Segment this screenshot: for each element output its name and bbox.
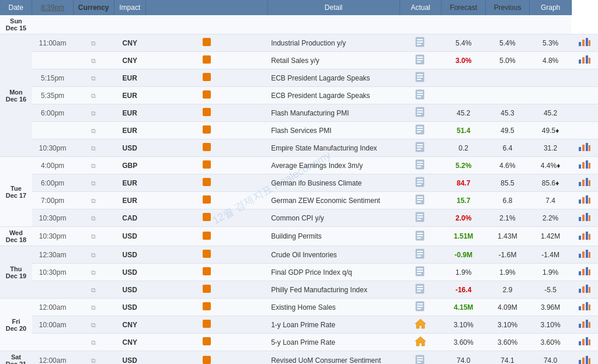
graph-icon-cell[interactable] (571, 351, 598, 365)
actual-value-cell: -16.4 (441, 281, 485, 299)
detail-icon-cell[interactable] (399, 316, 441, 334)
forecast-value-cell: 49.5 (485, 122, 529, 139)
col-header-time[interactable]: 8:39pm (32, 0, 73, 15)
sound-cell: ⧉ (73, 316, 114, 334)
svg-rect-89 (417, 268, 423, 270)
impact-high-icon (203, 108, 211, 116)
impact-high-icon (203, 178, 211, 186)
table-row: 5:35pm ⧉ EUR ECB President Lagarde Speak… (0, 87, 598, 104)
time-cell: 10:30pm (32, 264, 73, 281)
detail-icon-cell[interactable] (399, 281, 441, 299)
detail-icon-cell[interactable] (399, 227, 441, 246)
graph-icon-cell[interactable] (571, 157, 598, 174)
graph-bar-icon[interactable] (578, 160, 591, 169)
graph-bar-icon[interactable] (578, 37, 591, 47)
graph-icon-cell[interactable] (571, 334, 598, 351)
detail-icon-cell[interactable] (399, 52, 441, 69)
table-row: 6:00pm ⧉ EUR Flash Manufacturing PMI 45.… (0, 104, 598, 122)
impact-cell (145, 174, 267, 192)
graph-bar-icon[interactable] (578, 267, 591, 276)
svg-rect-115 (586, 320, 588, 328)
actual-value-cell: 1.9% (441, 264, 485, 281)
svg-rect-2 (417, 41, 423, 43)
graph-bar-icon[interactable] (578, 284, 591, 293)
sound-cell: ⧉ (73, 264, 114, 281)
sound-icon: ⧉ (91, 304, 96, 311)
graph-bar-icon[interactable] (578, 249, 591, 258)
graph-icon-cell[interactable] (571, 281, 598, 299)
graph-bar-icon[interactable] (578, 337, 591, 346)
event-cell (145, 15, 267, 34)
detail-doc-icon (415, 124, 426, 135)
svg-rect-1 (417, 39, 423, 40)
event-name-cell: German ifo Business Climate (267, 174, 399, 192)
graph-bar-icon[interactable] (578, 302, 591, 311)
previous-value-cell: 2.2% (530, 209, 572, 227)
graph-icon-cell[interactable] (571, 122, 598, 139)
detail-icon-cell[interactable] (399, 192, 441, 209)
sound-cell: ⧉ (73, 246, 114, 264)
graph-bar-icon[interactable] (578, 142, 591, 152)
detail-icon-cell[interactable] (399, 104, 441, 122)
impact-cell (145, 104, 267, 122)
graph-icon-cell[interactable] (571, 264, 598, 281)
table-row: ⧉ USD Philly Fed Manufacturing Index -16… (0, 281, 598, 299)
detail-icon-cell[interactable] (399, 174, 441, 192)
detail-icon-cell[interactable] (399, 157, 441, 174)
svg-rect-38 (586, 143, 588, 151)
impact-cell (145, 227, 267, 246)
svg-rect-62 (586, 195, 588, 204)
graph-bar-icon[interactable] (578, 177, 591, 187)
svg-rect-36 (579, 147, 581, 151)
graph-icon-cell[interactable] (571, 52, 598, 69)
detail-icon-cell[interactable] (399, 246, 441, 264)
graph-icon-cell[interactable] (571, 34, 598, 52)
impact-high-icon (203, 195, 211, 204)
graph-icon-cell[interactable] (571, 246, 598, 264)
graph-icon-cell[interactable] (571, 316, 598, 334)
svg-rect-94 (586, 267, 588, 275)
graph-bar-icon[interactable] (578, 355, 591, 365)
impact-cell (145, 299, 267, 316)
detail-icon-cell[interactable] (399, 264, 441, 281)
detail-doc-icon (415, 54, 426, 65)
graph-icon-cell[interactable] (571, 299, 598, 316)
graph-icon-cell[interactable] (571, 69, 598, 87)
svg-rect-76 (579, 236, 581, 240)
graph-icon-cell[interactable] (571, 139, 598, 157)
graph-bar-icon[interactable] (578, 212, 591, 222)
currency-cell (73, 15, 114, 34)
graph-bar-icon[interactable] (578, 195, 591, 204)
detail-icon-cell[interactable] (399, 299, 441, 316)
detail-icon-cell[interactable] (399, 209, 441, 227)
previous-value-cell: -5.5 (530, 281, 572, 299)
graph-bar-icon[interactable] (578, 231, 591, 240)
detail-icon-cell[interactable] (399, 87, 441, 104)
detail-icon-cell[interactable] (399, 351, 441, 365)
date-cell: Thu Dec 19 (0, 246, 32, 299)
detail-icon-cell[interactable] (399, 139, 441, 157)
graph-bar-icon[interactable] (578, 319, 591, 328)
detail-icon-cell[interactable] (399, 334, 441, 351)
event-name-cell: Final GDP Price Index q/q (267, 264, 399, 281)
svg-rect-84 (579, 254, 581, 258)
event-name-cell: Empire State Manufacturing Index (267, 139, 399, 157)
graph-icon-cell[interactable] (571, 174, 598, 192)
date-cell: Mon Dec 16 (0, 34, 32, 157)
graph-icon-cell[interactable] (571, 209, 598, 227)
date-cell: Sat Dec 21 (0, 351, 32, 365)
detail-icon-cell[interactable] (399, 122, 441, 139)
graph-icon-cell[interactable] (571, 227, 598, 246)
graph-icon-cell[interactable] (571, 104, 598, 122)
svg-rect-119 (582, 339, 585, 345)
svg-rect-110 (586, 302, 588, 310)
graph-bar-icon[interactable] (578, 55, 591, 64)
graph-icon-cell[interactable] (571, 87, 598, 104)
sound-icon: ⧉ (91, 145, 96, 152)
detail-icon-cell[interactable] (399, 34, 441, 52)
detail-doc-icon (415, 89, 426, 100)
detail-icon-cell[interactable] (399, 69, 441, 87)
svg-rect-74 (417, 235, 423, 236)
graph-icon-cell[interactable] (571, 192, 598, 209)
event-name-cell: ECB President Lagarde Speaks (267, 87, 399, 104)
